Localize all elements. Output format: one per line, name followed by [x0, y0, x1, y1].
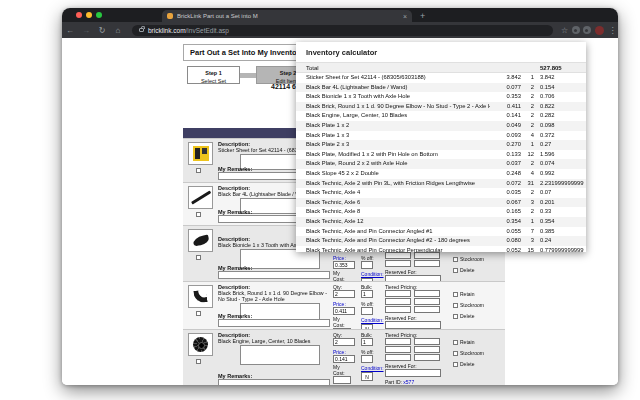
calc-part-name: Black Technic, Axle 12: [306, 217, 490, 227]
menu-kebab-icon[interactable]: ⋮: [607, 26, 618, 35]
condition-select[interactable]: N: [361, 372, 373, 381]
reserved-for-input[interactable]: [385, 321, 441, 329]
maximize-window-button[interactable]: [96, 12, 102, 18]
step-1-select-set[interactable]: Step 1 Select Set: [187, 66, 240, 84]
calc-part-name: Black Engine, Large, Center, 10 Blades: [306, 111, 490, 121]
retain-option: Retain: [453, 291, 474, 297]
minimize-window-button[interactable]: [86, 12, 92, 18]
retain-checkbox[interactable]: [453, 340, 458, 345]
tiered-price-input-2[interactable]: [414, 346, 440, 353]
bulk-input[interactable]: [361, 338, 373, 346]
price-input[interactable]: [333, 355, 355, 363]
tiered-qty-input-2[interactable]: [385, 252, 411, 259]
part-id-link[interactable]: x577: [403, 379, 414, 385]
item-row: Description: Black Brick, Round 1 x 1 d.…: [183, 281, 505, 329]
tiered-price-input-2[interactable]: [414, 252, 440, 259]
calc-line-total: 0.07: [540, 188, 584, 198]
reserved-for-input[interactable]: [385, 369, 441, 377]
retain-checkbox[interactable]: [453, 292, 458, 297]
calc-part-name: Sticker Sheet for Set 42114 - (68305/630…: [306, 73, 490, 83]
part-image[interactable]: [188, 285, 213, 308]
browser-tab[interactable]: BrickLink Part out a Set into M ×: [162, 10, 412, 22]
delete-checkbox[interactable]: [453, 268, 458, 273]
description-textarea[interactable]: [240, 345, 320, 365]
calc-part-name: Black Plate, Round 2 x 2 with Axle Hole: [306, 159, 490, 169]
calc-line-total: 0.354: [540, 217, 584, 227]
tiered-price-input-3[interactable]: [414, 354, 440, 361]
price-input[interactable]: [333, 261, 355, 269]
remarks-input[interactable]: [218, 379, 330, 385]
tab-title: BrickLink Part out a Set into M: [177, 13, 400, 19]
condition-link[interactable]: Condition:: [361, 365, 384, 371]
stockroom-checkbox[interactable]: [453, 257, 458, 262]
tiered-price-input-1[interactable]: [414, 338, 440, 345]
select-item-checkbox[interactable]: [196, 359, 201, 364]
calc-part-name: Black Technic, Axle and Pin Connector An…: [306, 227, 490, 237]
remarks-input[interactable]: [218, 319, 330, 327]
calc-part-name: Black Technic, Axle 8: [306, 207, 490, 217]
price-input[interactable]: [333, 307, 355, 315]
reload-icon[interactable]: ↻: [94, 26, 110, 35]
calculator-row: Black Technic, Axle 6 0.067 3 0.201: [296, 198, 586, 208]
forward-icon[interactable]: →: [78, 26, 94, 35]
calc-part-name: Black Brick, Round 1 x 1 d. 90 Degree El…: [306, 102, 490, 112]
tiered-qty-input-1[interactable]: [385, 338, 411, 345]
delete-label: Delete: [460, 267, 474, 273]
pct-off-input[interactable]: [361, 355, 373, 363]
calc-part-name: Black Slope 45 2 x 2 Double: [306, 169, 490, 179]
tiered-price-input-3[interactable]: [414, 306, 440, 313]
stockroom-label: Stockroom: [460, 350, 484, 356]
delete-checkbox[interactable]: [453, 362, 458, 367]
profile-avatar[interactable]: [595, 26, 604, 35]
calc-part-name: Black Plate 2 x 3: [306, 140, 490, 150]
tiered-qty-input-3[interactable]: [385, 260, 411, 267]
tiered-price-input-3[interactable]: [414, 260, 440, 267]
new-tab-button[interactable]: +: [420, 10, 425, 22]
part-image[interactable]: [188, 333, 213, 356]
tiered-price-input-1[interactable]: [414, 290, 440, 297]
address-bar[interactable]: bricklink.com /invSetEdit.asp: [132, 25, 553, 36]
item-description-cell: Description: Black Engine, Large, Center…: [218, 332, 330, 365]
tiered-qty-input-1[interactable]: [385, 290, 411, 297]
select-item-checkbox[interactable]: [196, 212, 201, 217]
part-image[interactable]: [188, 229, 213, 252]
calc-unit-price: 0.067: [491, 198, 521, 208]
tiered-qty-input-2[interactable]: [385, 298, 411, 305]
close-window-button[interactable]: [76, 12, 82, 18]
home-icon[interactable]: ⌂: [110, 26, 126, 35]
item-row: Description: Black Engine, Large, Center…: [183, 329, 505, 385]
tiered-qty-input-2[interactable]: [385, 346, 411, 353]
bulk-input[interactable]: [361, 290, 373, 298]
pct-off-input[interactable]: [361, 307, 373, 315]
remarks-input[interactable]: [218, 271, 330, 279]
total-value: 527.805: [540, 63, 584, 73]
step-2-label: Step 2: [280, 70, 297, 76]
back-icon[interactable]: ←: [62, 26, 78, 35]
stockroom-checkbox[interactable]: [453, 351, 458, 356]
tiered-qty-input-3[interactable]: [385, 354, 411, 361]
qty-input[interactable]: [333, 338, 355, 346]
qty-input[interactable]: [333, 290, 355, 298]
extension-icon-2[interactable]: [583, 26, 591, 34]
calc-quantity: 1: [521, 140, 534, 150]
calc-line-total: 2.2319999999999998: [540, 179, 584, 189]
stockroom-checkbox[interactable]: [453, 303, 458, 308]
tiered-qty-input-3[interactable]: [385, 306, 411, 313]
select-item-checkbox[interactable]: [196, 255, 201, 260]
delete-checkbox[interactable]: [453, 314, 458, 319]
select-item-checkbox[interactable]: [196, 311, 201, 316]
tab-close-icon[interactable]: ×: [403, 13, 407, 20]
condition-link[interactable]: Condition:: [361, 317, 384, 323]
part-image[interactable]: [188, 186, 213, 209]
calculator-row: Black Technic, Axle 12 0.354 1 0.354: [296, 217, 586, 227]
tiered-price-input-2[interactable]: [414, 298, 440, 305]
my-cost-input[interactable]: [333, 376, 351, 384]
part-image[interactable]: [188, 142, 213, 165]
select-item-checkbox[interactable]: [196, 168, 201, 173]
pct-off-input[interactable]: [361, 261, 373, 269]
extension-icon[interactable]: [572, 26, 580, 34]
calc-line-total: 0.385: [540, 227, 584, 237]
condition-link[interactable]: Condition:: [361, 271, 384, 277]
bookmark-star-icon[interactable]: ☆: [559, 26, 570, 35]
description-text: Black Engine, Large, Center, 10 Blades: [218, 338, 330, 344]
